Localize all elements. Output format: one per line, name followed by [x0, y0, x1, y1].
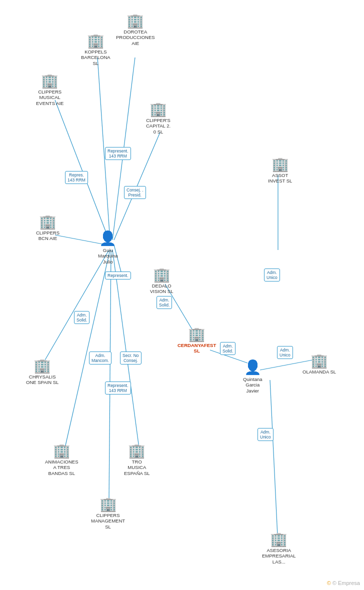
person-icon-guiu: 👤	[99, 230, 116, 246]
label-cerdanyafest: CERDANYAFEST SL	[178, 342, 216, 354]
label-dedalo: DEDALO VISION SL	[150, 283, 173, 294]
building-icon-chrysalis: 🏢	[34, 359, 51, 373]
badge-r143-4: Represent.143 RRM	[105, 382, 131, 394]
label-quintana: Quintana Garcia Javier	[243, 376, 262, 394]
node-chrysalis: 🏢 CHRYSALIS ONE SPAIN SL	[26, 359, 58, 386]
building-icon-clippers-bcn: 🏢	[39, 215, 56, 229]
node-quintana: 👤 Quintana Garcia Javier	[243, 359, 262, 394]
badge-adm-unico-1: Adm.Unico	[264, 268, 280, 282]
svg-line-10	[109, 250, 111, 500]
badge-r143-3: Represent.	[105, 272, 131, 280]
node-dorotea: 🏢 DOROTEA PRODUCCIONES AIE	[116, 14, 155, 46]
label-dorotea: DOROTEA PRODUCCIONES AIE	[116, 29, 155, 46]
label-clippers-musical: CLIPPERS MUSICAL EVENTS AIE	[36, 89, 64, 106]
node-olamanda: 🏢 OLAMANDA SL	[302, 354, 336, 374]
person-icon-quintana: 👤	[244, 359, 262, 376]
label-clippers-capital: CLIPPER'S CAPITAL 2. 0 SL	[146, 118, 170, 134]
node-dedalo: 🏢 DEDALO VISION SL	[150, 268, 173, 294]
label-assot: ASSOT INVEST SL	[268, 172, 292, 184]
node-clippers-capital: 🏢 CLIPPER'S CAPITAL 2. 0 SL	[146, 102, 170, 134]
building-icon-animaciones: 🏢	[53, 444, 70, 458]
label-olamanda: OLAMANDA SL	[302, 369, 336, 374]
building-icon-asesoria: 🏢	[270, 532, 288, 546]
building-icon-dorotea: 🏢	[126, 14, 144, 28]
badge-adm-solid-2: Adm.Solid.	[220, 342, 236, 355]
node-animaciones: 🏢 ANIMACIONES A TRES BANDAS SL	[45, 444, 78, 476]
label-koppels: KOPPELS BARCELONA SL	[81, 49, 110, 66]
badge-r143-1: Repres.143 RRM	[65, 171, 88, 184]
label-asesoria: ASESORIA EMPRESARIAL LAS...	[262, 548, 296, 564]
svg-line-2	[55, 100, 109, 240]
label-chrysalis: CHRYSALIS ONE SPAIN SL	[26, 374, 58, 386]
badge-adm-solid-3: Adm.Solid.	[156, 296, 172, 309]
diagram: 🏢 DOROTEA PRODUCCIONES AIE 🏢 KOPPELS BAR…	[0, 0, 364, 590]
node-clippers-mgmt: 🏢 CLIPPERS MANAGEMENT SL	[91, 498, 125, 530]
label-animaciones: ANIMACIONES A TRES BANDAS SL	[45, 459, 78, 476]
badge-adm-mancom: Adm.Mancom.	[89, 352, 112, 364]
badge-adm-solid-1: Adm.Solid.	[74, 311, 90, 324]
node-koppels: 🏢 KOPPELS BARCELONA SL	[81, 34, 110, 66]
node-clippers-bcn: 🏢 CLIPPERS BCN AIE	[36, 215, 60, 242]
building-icon-assot: 🏢	[272, 158, 289, 172]
svg-line-9	[112, 250, 139, 448]
watermark: © © Empresa	[327, 580, 360, 586]
node-guiu: 👤 Guiu Marquina Julio	[98, 230, 118, 264]
svg-line-7	[45, 250, 109, 360]
badge-adm-unico-2: Adm.Unico	[277, 346, 293, 359]
badge-consej: Consej. .Presid.	[124, 186, 146, 199]
badge-secr-no: Secr. NoConsej.	[120, 352, 142, 364]
label-clippers-mgmt: CLIPPERS MANAGEMENT SL	[91, 512, 125, 530]
svg-line-8	[65, 250, 110, 448]
building-icon-clippers-capital: 🏢	[150, 102, 167, 116]
badge-r143-2: Represent.143 RRM	[105, 147, 131, 160]
label-clippers-bcn: CLIPPERS BCN AIE	[36, 230, 60, 242]
node-asesoria: 🏢 ASESORIA EMPRESARIAL LAS...	[262, 532, 296, 564]
building-icon-cerdanyafest: 🏢	[188, 328, 206, 342]
building-icon-olamanda: 🏢	[310, 354, 328, 368]
watermark-text: © Empresa	[332, 580, 360, 586]
node-cerdanyafest: 🏢 CERDANYAFEST SL	[178, 328, 216, 354]
node-assot: 🏢 ASSOT INVEST SL	[268, 158, 292, 184]
building-icon-clippers-musical: 🏢	[41, 74, 58, 88]
node-clippers-musical: 🏢 CLIPPERS MUSICAL EVENTS AIE	[36, 74, 64, 106]
label-tro: TRO MUSICA ESPAÑA SL	[124, 459, 150, 476]
label-guiu: Guiu Marquina Julio	[98, 248, 118, 264]
building-icon-tro: 🏢	[128, 444, 146, 458]
building-icon-koppels: 🏢	[87, 34, 104, 48]
building-icon-dedalo: 🏢	[153, 268, 170, 282]
svg-line-13	[270, 380, 278, 535]
badge-adm-unico-3: Adm.Unico	[258, 428, 274, 441]
node-tro: 🏢 TRO MUSICA ESPAÑA SL	[124, 444, 150, 476]
copyright-symbol: ©	[327, 580, 331, 586]
building-icon-clippers-mgmt: 🏢	[100, 498, 117, 512]
